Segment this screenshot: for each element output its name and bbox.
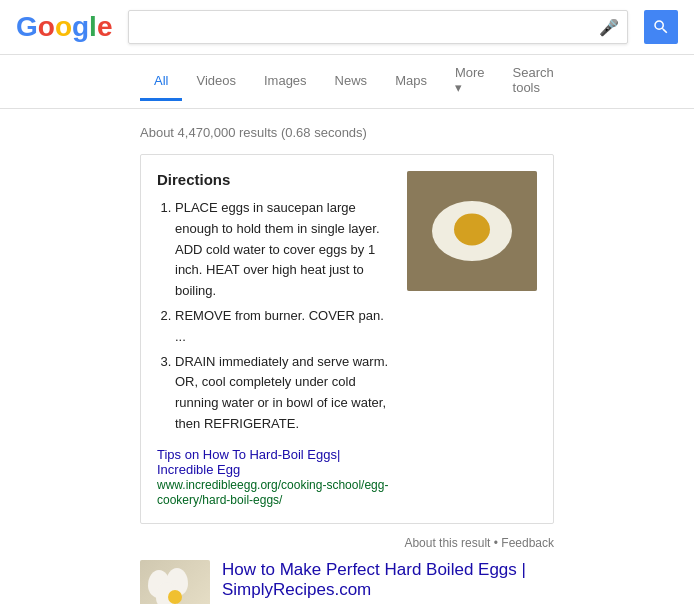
tab-videos[interactable]: Videos [182, 63, 250, 101]
search-bar: how to hard boil eggs 🎤 [128, 10, 628, 44]
tab-all[interactable]: All [140, 63, 182, 101]
egg-image [407, 171, 537, 291]
featured-snippet-image [407, 171, 537, 291]
featured-snippet-title: Directions [157, 171, 391, 188]
logo-letter-g: G [16, 11, 38, 43]
search-input[interactable]: how to hard boil eggs [137, 19, 593, 36]
tab-news[interactable]: News [321, 63, 382, 101]
tab-images[interactable]: Images [250, 63, 321, 101]
tab-search-tools[interactable]: Search tools [499, 55, 568, 108]
logo-letter-o2: o [55, 11, 72, 43]
result-1-title: How to Make Perfect Hard Boiled Eggs | S… [222, 560, 645, 600]
featured-step-2: REMOVE from burner. COVER pan. ... [175, 306, 391, 348]
eggs-image [140, 560, 210, 604]
featured-snippet-url: www.incredibleegg.org/cooking-school/egg… [157, 478, 388, 507]
search-button[interactable] [644, 10, 678, 44]
result-1-header: How to Make Perfect Hard Boiled Eggs | S… [140, 560, 554, 604]
tab-maps[interactable]: Maps [381, 63, 441, 101]
header: Google how to hard boil eggs 🎤 [0, 0, 694, 55]
yolk-shape-1 [168, 590, 182, 604]
result-item-1: How to Make Perfect Hard Boiled Eggs | S… [140, 560, 554, 604]
nav-tabs: All Videos Images News Maps More ▾ Searc… [0, 55, 694, 109]
about-result: About this result • Feedback [140, 536, 554, 550]
feedback-link[interactable]: Feedback [501, 536, 554, 550]
result-1-title-link[interactable]: How to Make Perfect Hard Boiled Eggs | S… [222, 560, 526, 599]
logo-letter-e: e [97, 11, 113, 43]
logo-letter-g2: g [72, 11, 89, 43]
result-1-thumbnail [140, 560, 210, 604]
featured-snippet-content: Directions PLACE eggs in saucepan large … [157, 171, 391, 507]
featured-snippet-title-link[interactable]: Tips on How To Hard-Boil Eggs| Incredibl… [157, 447, 340, 477]
tab-more[interactable]: More ▾ [441, 55, 499, 108]
featured-snippet-list: PLACE eggs in saucepan large enough to h… [175, 198, 391, 435]
results-area: About 4,470,000 results (0.68 seconds) D… [0, 109, 694, 604]
results-count: About 4,470,000 results (0.68 seconds) [140, 125, 554, 140]
google-logo: Google [16, 11, 112, 43]
microphone-icon[interactable]: 🎤 [599, 18, 619, 37]
featured-step-1: PLACE eggs in saucepan large enough to h… [175, 198, 391, 302]
egg-yolk [454, 213, 490, 245]
about-result-link[interactable]: About this result [404, 536, 490, 550]
logo-letter-o1: o [38, 11, 55, 43]
featured-snippet-link: Tips on How To Hard-Boil Eggs| Incredibl… [157, 447, 391, 507]
featured-snippet: Directions PLACE eggs in saucepan large … [140, 154, 554, 524]
logo-letter-l: l [89, 11, 97, 43]
search-icon [652, 18, 670, 36]
featured-step-3: DRAIN immediately and serve warm. OR, co… [175, 352, 391, 435]
result-1-main: How to Make Perfect Hard Boiled Eggs | S… [222, 560, 645, 604]
